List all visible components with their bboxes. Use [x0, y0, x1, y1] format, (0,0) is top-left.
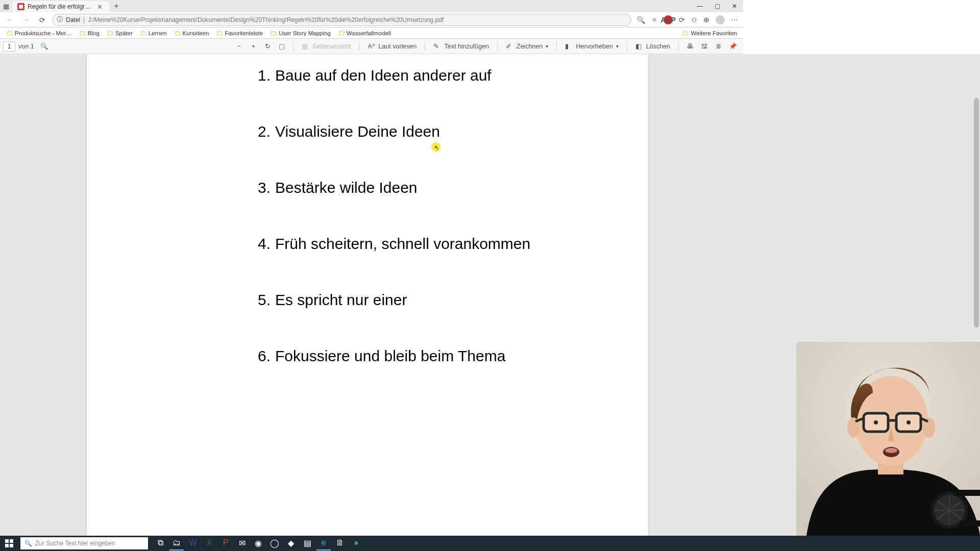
folder-icon: 🗀 — [107, 29, 113, 37]
nav-forward-button[interactable]: → — [19, 13, 33, 27]
tab-close-icon[interactable]: ✕ — [97, 3, 103, 11]
folder-icon: 🗀 — [140, 29, 146, 37]
collections-icon[interactable]: ⊕ — [703, 16, 709, 24]
folder-icon: 🗀 — [174, 29, 181, 37]
print-button[interactable]: 🖶 — [683, 43, 697, 50]
chevron-down-icon[interactable]: ▾ — [546, 43, 548, 49]
bookmark-item[interactable]: 🗀Favoritenleiste — [213, 29, 266, 37]
bookmark-item[interactable]: 🗀Kursideen — [171, 29, 212, 37]
profile-avatar-icon[interactable] — [716, 15, 725, 24]
draw-tool[interactable]: ✐ Zeichnen ▾ — [502, 42, 552, 50]
zoom-out-button[interactable]: − — [232, 43, 246, 50]
site-info-icon[interactable]: ⓘ — [57, 15, 63, 24]
pdf-favicon-icon — [17, 3, 24, 10]
new-tab-button[interactable]: + — [109, 0, 124, 12]
page-number-input[interactable] — [3, 41, 15, 52]
bookmarks-more-label: Weitere Favoriten — [691, 30, 737, 36]
pdf-viewer[interactable]: 1.Baue auf den Ideen anderer auf 2.Visua… — [0, 54, 743, 416]
window-minimize-button[interactable]: — — [691, 0, 708, 12]
page-total-label: von 1 — [18, 43, 34, 50]
read-aloud-icon: Aᵈ — [368, 42, 375, 50]
rule-item: 6.Fokussiere und bleib beim Thema — [258, 347, 505, 365]
url-path: J:/Meine%20Kurse/Projektmanagement/Dokum… — [88, 16, 444, 23]
highlight-icon: ▮ — [565, 42, 573, 50]
pdf-toolbar: von 1 🔍 − + ↻ ▢ ▥ Seitenansicht Aᵈ Laut … — [0, 39, 743, 54]
url-field[interactable]: ⓘ Datei | J:/Meine%20Kurse/Projektmanage… — [52, 14, 631, 26]
highlight-tool[interactable]: ▮ Hervorheben ▾ — [561, 42, 622, 50]
save-as-button[interactable]: 🗎 — [712, 43, 726, 50]
browser-menu-icon[interactable]: ⋯ — [731, 16, 738, 24]
pdf-pin-icon[interactable]: 📌 — [726, 42, 740, 50]
url-scheme: Datei — [66, 16, 80, 23]
sync-icon[interactable]: ⟳ — [679, 16, 685, 24]
pdf-find-icon[interactable]: 🔍 — [37, 42, 52, 50]
adblock-icon[interactable]: ABP — [664, 15, 673, 24]
bookmark-label: Später — [115, 30, 133, 36]
rule-item: 2.Visualisiere Deine Ideen — [258, 122, 440, 141]
bookmark-label: User Story Mapping — [279, 30, 331, 36]
rotate-button[interactable]: ↻ — [260, 42, 275, 50]
bookmark-label: Favoritenleiste — [225, 30, 263, 36]
rule-item: 5.Es spricht nur einer — [258, 291, 407, 309]
bookmark-item[interactable]: 🗀Wasserfallmodell — [335, 29, 394, 37]
nav-back-button[interactable]: ← — [3, 13, 16, 27]
folder-icon: 🗀 — [338, 29, 345, 37]
bookmark-item[interactable]: 🗀Blog — [76, 29, 103, 37]
zoom-indicator-icon[interactable]: 🔍 — [636, 16, 645, 24]
bookmark-label: Produktsuche - Mer… — [15, 30, 72, 36]
bookmark-item[interactable]: 🗀Später — [104, 29, 136, 37]
folder-icon: 🗀 — [79, 29, 86, 37]
pdf-page: 1.Baue auf den Ideen anderer auf 2.Visua… — [87, 54, 648, 416]
folder-icon: 🗀 — [6, 29, 13, 37]
address-bar: ← → ⟳ ⓘ Datei | J:/Meine%20Kurse/Projekt… — [0, 12, 743, 28]
pageview-icon: ▥ — [302, 42, 309, 50]
read-aloud-tool[interactable]: Aᵈ Laut vorlesen — [363, 42, 421, 50]
erase-icon: ◧ — [635, 42, 643, 50]
bookmarks-more[interactable]: 🗀 Weitere Favoriten — [679, 29, 740, 37]
window-maximize-button[interactable]: ▢ — [708, 0, 726, 12]
bookmark-item[interactable]: 🗀Produktsuche - Mer… — [3, 29, 75, 37]
erase-tool[interactable]: ◧ Löschen — [631, 42, 674, 50]
bookmark-label: Kursideen — [183, 30, 209, 36]
add-text-tool[interactable]: ✎ Text hinzufügen — [429, 42, 493, 50]
draw-icon: ✐ — [506, 42, 513, 50]
bookmark-label: Wasserfallmodell — [347, 30, 391, 36]
page-view-tool: ▥ Seitenansicht — [298, 42, 355, 50]
folder-icon: 🗀 — [216, 29, 223, 37]
window-close-button[interactable]: ✕ — [726, 0, 743, 12]
bookmark-label: Lernen — [149, 30, 167, 36]
cursor-highlight-icon — [431, 142, 441, 152]
save-button[interactable]: 🖫 — [697, 43, 712, 50]
tab-actions-icon[interactable]: ▦ — [3, 3, 9, 10]
favorites-star-icon[interactable]: ✩ — [691, 16, 697, 24]
rule-item: 4.Früh scheitern, schnell vorankommen — [258, 235, 530, 253]
folder-icon: 🗀 — [682, 29, 689, 37]
add-text-icon: ✎ — [433, 42, 441, 50]
bookmark-label: Blog — [88, 30, 100, 36]
chevron-down-icon[interactable]: ▾ — [616, 43, 619, 49]
zoom-in-button[interactable]: + — [246, 43, 260, 50]
bookmark-item[interactable]: 🗀Lernen — [137, 29, 170, 37]
folder-icon: 🗀 — [270, 29, 277, 37]
fit-page-button[interactable]: ▢ — [275, 42, 289, 50]
browser-tab[interactable]: Regeln für die erfolgreiche Umse ✕ — [12, 1, 109, 12]
enter-immersive-reader-icon[interactable]: ✧ — [651, 16, 657, 24]
nav-refresh-button[interactable]: ⟳ — [36, 13, 49, 27]
window-titlebar: ▦ Regeln für die erfolgreiche Umse ✕ + —… — [0, 0, 743, 12]
bookmark-item[interactable]: 🗀User Story Mapping — [267, 29, 334, 37]
bookmarks-bar: 🗀Produktsuche - Mer…🗀Blog🗀Später🗀Lernen🗀… — [0, 28, 743, 39]
rule-item: 3.Bestärke wilde Ideen — [258, 179, 418, 197]
tab-title: Regeln für die erfolgreiche Umse — [28, 3, 94, 10]
rule-item: 1.Baue auf den Ideen anderer auf — [258, 66, 492, 85]
